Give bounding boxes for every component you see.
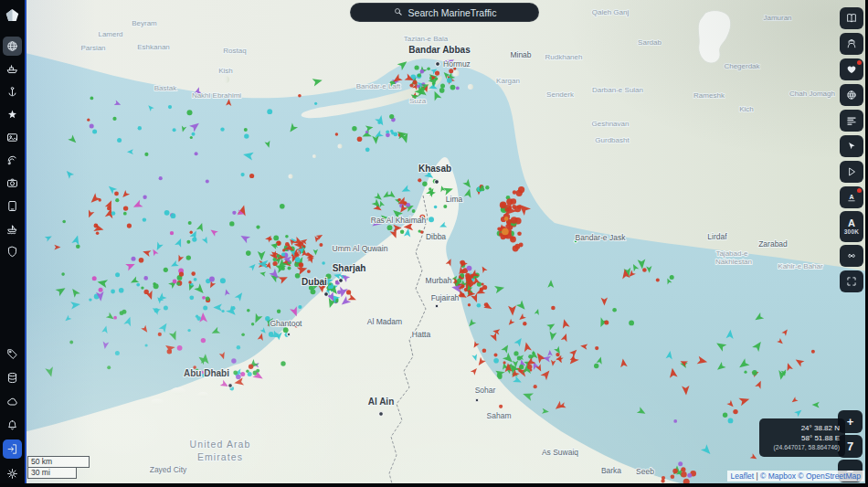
vessel-marker-dot[interactable] xyxy=(346,290,351,294)
vessel-marker-dot[interactable] xyxy=(94,224,99,228)
vessel-marker-dot[interactable] xyxy=(387,225,393,230)
vessel-marker-dot[interactable] xyxy=(468,303,471,306)
vessel-marker-dot[interactable] xyxy=(513,351,518,355)
vessel-count-panel[interactable]: A 300K xyxy=(840,211,863,242)
vessel-marker-dot[interactable] xyxy=(534,385,537,388)
vessel-marker-dot[interactable] xyxy=(335,132,338,135)
vessel-marker-dot[interactable] xyxy=(604,321,609,325)
vessel-marker-dot[interactable] xyxy=(480,288,484,292)
vessel-marker-dot[interactable] xyxy=(231,358,236,363)
vessel-marker-dot[interactable] xyxy=(144,153,148,156)
vessel-marker-dot[interactable] xyxy=(642,268,647,272)
vessel-marker-dot[interactable] xyxy=(143,276,148,281)
vessel-marker-dot[interactable] xyxy=(246,250,251,256)
vessel-marker-dot[interactable] xyxy=(595,346,598,350)
vessel-marker-dot[interactable] xyxy=(612,308,617,312)
vessel-marker-dot[interactable] xyxy=(302,245,305,248)
vessel-marker-dot[interactable] xyxy=(164,268,168,272)
vessel-marker-dot[interactable] xyxy=(173,280,177,284)
vessel-marker-dot[interactable] xyxy=(298,305,302,309)
vessel-marker-dot[interactable] xyxy=(87,119,90,122)
vessel-marker-dot[interactable] xyxy=(144,290,149,294)
measure-button[interactable] xyxy=(840,135,863,157)
vessel-marker-dot[interactable] xyxy=(107,365,111,369)
vessel-marker-dot[interactable] xyxy=(556,353,559,356)
vessel-marker-dot[interactable] xyxy=(461,270,464,273)
vessel-marker-dot[interactable] xyxy=(220,127,224,131)
vessel-marker-dot[interactable] xyxy=(311,289,316,294)
vessel-marker-dot[interactable] xyxy=(283,327,289,333)
vessel-marker-dot[interactable] xyxy=(145,344,148,346)
vessel-marker-dot[interactable] xyxy=(281,361,285,365)
vessel-marker-dot[interactable] xyxy=(89,298,91,301)
vessel-marker-dot[interactable] xyxy=(518,186,524,193)
vessel-marker-dot[interactable] xyxy=(269,238,271,240)
vessel-marker-dot[interactable] xyxy=(278,241,281,245)
vessel-marker-dot[interactable] xyxy=(143,196,146,199)
vessel-marker-dot[interactable] xyxy=(196,316,201,321)
vessel-marker-dot[interactable] xyxy=(249,365,253,369)
vessel-marker-dot[interactable] xyxy=(413,80,418,85)
vessel-marker-dot[interactable] xyxy=(187,329,190,332)
vessel-marker-dot[interactable] xyxy=(457,279,461,283)
vessel-marker-dot[interactable] xyxy=(435,71,439,76)
vessel-marker-dot[interactable] xyxy=(447,78,452,83)
vessel-marker-dot[interactable] xyxy=(514,206,521,212)
vessel-marker-dot[interactable] xyxy=(123,212,127,216)
vessel-marker-dot[interactable] xyxy=(527,365,532,369)
vessel-marker-dot[interactable] xyxy=(192,238,196,242)
vessel-marker-dot[interactable] xyxy=(90,97,94,101)
vessel-marker-dot[interactable] xyxy=(420,69,424,73)
vessel-marker-dot[interactable] xyxy=(298,94,302,98)
vessel-marker-dot[interactable] xyxy=(117,138,122,143)
vessel-marker-dot[interactable] xyxy=(280,204,285,209)
vessel-marker-dot[interactable] xyxy=(511,198,517,205)
sidebar-item-vessels[interactable] xyxy=(3,59,22,79)
vessel-marker-dot[interactable] xyxy=(352,126,356,131)
infinite-mode-button[interactable] xyxy=(840,245,863,267)
vessel-marker-dot[interactable] xyxy=(186,255,191,259)
my-fleet-button[interactable] xyxy=(840,33,863,55)
vessel-marker-dot[interactable] xyxy=(188,221,192,225)
vessel-marker-dot[interactable] xyxy=(752,370,757,376)
vessel-marker-dot[interactable] xyxy=(687,473,692,478)
vessel-marker-dot[interactable] xyxy=(494,353,498,356)
vessel-marker-dot[interactable] xyxy=(434,206,438,209)
vessel-marker-dot[interactable] xyxy=(120,311,124,315)
vessel-marker-dot[interactable] xyxy=(288,267,291,270)
vessel-marker-dot[interactable] xyxy=(277,310,281,313)
vessel-marker-dot[interactable] xyxy=(143,217,146,221)
vessel-marker-dot[interactable] xyxy=(115,198,119,202)
vessel-marker-dot[interactable] xyxy=(247,309,250,312)
vessel-marker-dot[interactable] xyxy=(179,272,184,277)
vessel-marker-dot[interactable] xyxy=(244,128,248,132)
vessel-marker-dot[interactable] xyxy=(111,211,116,216)
vessel-marker-dot[interactable] xyxy=(394,132,398,137)
vessel-marker-dot[interactable] xyxy=(429,217,434,222)
vessel-marker-dot[interactable] xyxy=(811,350,815,354)
vessel-marker-dot[interactable] xyxy=(319,243,323,247)
vessel-marker-dot[interactable] xyxy=(195,152,198,155)
vessel-marker-dot[interactable] xyxy=(167,349,172,354)
vessel-marker-dot[interactable] xyxy=(168,105,172,109)
vessel-marker-dot[interactable] xyxy=(96,232,100,236)
vessel-marker-dot[interactable] xyxy=(188,281,191,283)
vessel-marker-dot[interactable] xyxy=(377,121,381,124)
vessel-marker-dot[interactable] xyxy=(390,130,393,132)
filters-button[interactable] xyxy=(840,110,863,132)
sidebar-item-protection[interactable] xyxy=(3,242,22,261)
vessel-marker-dot[interactable] xyxy=(418,73,421,77)
vessel-marker-dot[interactable] xyxy=(499,405,503,408)
vessel-marker-dot[interactable] xyxy=(153,283,159,289)
vessel-marker-dot[interactable] xyxy=(237,345,240,349)
vessel-marker-dot[interactable] xyxy=(412,209,416,213)
vessel-marker-dot[interactable] xyxy=(240,372,245,376)
sidebar-item-settings[interactable] xyxy=(3,464,22,483)
vessel-marker-dot[interactable] xyxy=(504,207,509,212)
vessel-marker-dot[interactable] xyxy=(510,236,513,239)
map-options-button[interactable] xyxy=(840,84,863,106)
vessel-marker-dot[interactable] xyxy=(285,235,289,238)
vessel-marker-dot[interactable] xyxy=(186,240,190,244)
sidebar-item-cameras[interactable] xyxy=(3,174,22,193)
sidebar-item-devices[interactable] xyxy=(3,196,22,216)
